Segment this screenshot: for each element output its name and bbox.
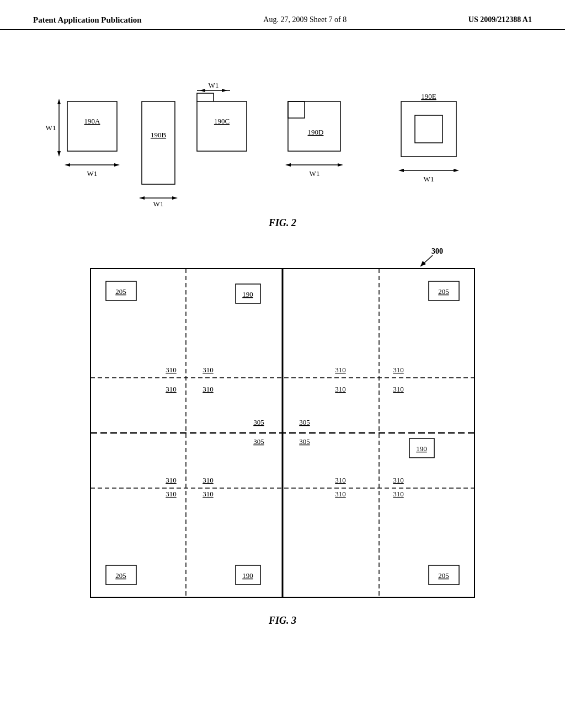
svg-text:310: 310: [393, 476, 404, 484]
svg-text:310: 310: [202, 385, 214, 393]
svg-text:310: 310: [335, 476, 346, 484]
svg-text:190: 190: [242, 290, 253, 298]
svg-marker-14: [172, 196, 178, 200]
svg-text:190: 190: [242, 571, 253, 580]
svg-text:310: 310: [393, 385, 404, 393]
svg-text:190A: 190A: [84, 117, 101, 125]
svg-rect-10: [142, 101, 175, 184]
svg-text:W1: W1: [209, 81, 219, 89]
svg-rect-20: [197, 101, 247, 151]
svg-text:310: 310: [202, 366, 214, 374]
svg-text:190E: 190E: [421, 92, 436, 100]
svg-rect-4: [67, 101, 117, 151]
svg-text:305: 305: [253, 437, 264, 446]
svg-rect-30: [401, 101, 456, 157]
fig3-diagram-svg: 205 205 205 205 190 190 190 310 310: [89, 267, 476, 609]
svg-text:205: 205: [438, 571, 449, 580]
svg-text:310: 310: [166, 385, 177, 393]
svg-marker-27: [338, 163, 343, 167]
publication-label: Patent Application Publication: [33, 15, 142, 25]
svg-text:310: 310: [202, 476, 214, 484]
svg-text:305: 305: [299, 418, 310, 426]
svg-text:W1: W1: [310, 169, 320, 178]
svg-text:310: 310: [393, 366, 404, 374]
svg-marker-33: [398, 169, 404, 172]
svg-marker-7: [65, 163, 70, 167]
svg-text:310: 310: [335, 490, 346, 498]
svg-text:W1: W1: [424, 175, 434, 183]
svg-rect-31: [415, 115, 443, 143]
svg-text:310: 310: [166, 490, 177, 498]
svg-text:310: 310: [202, 490, 214, 498]
svg-text:310: 310: [166, 366, 177, 374]
svg-marker-17: [200, 89, 205, 92]
svg-text:W1: W1: [153, 200, 164, 208]
svg-text:305: 305: [253, 418, 264, 426]
svg-text:300: 300: [431, 247, 443, 255]
svg-text:205: 205: [115, 571, 126, 580]
svg-text:W1: W1: [87, 169, 98, 178]
svg-marker-18: [222, 89, 227, 92]
svg-rect-23: [288, 101, 305, 118]
fig2-label: FIG. 2: [269, 217, 296, 229]
svg-text:190B: 190B: [151, 131, 167, 139]
fig3-ref-arrow: 300: [89, 245, 476, 267]
svg-text:205: 205: [438, 287, 449, 296]
svg-text:190: 190: [416, 445, 427, 453]
svg-text:W1: W1: [46, 124, 56, 132]
date-sheet-label: Aug. 27, 2009 Sheet 7 of 8: [263, 15, 347, 24]
svg-marker-26: [285, 163, 291, 167]
page-header: Patent Application Publication Aug. 27, …: [0, 0, 565, 30]
fig2-svg: W1 190A W1 190B W1 W1: [34, 57, 531, 212]
fig3-label: FIG. 3: [269, 615, 296, 627]
main-content: W1 190A W1 190B W1 W1: [0, 30, 565, 638]
svg-text:190C: 190C: [214, 117, 230, 125]
patent-number-label: US 2009/212388 A1: [468, 15, 532, 24]
svg-text:310: 310: [393, 490, 404, 498]
fig2-area: W1 190A W1 190B W1 W1: [33, 57, 532, 229]
svg-marker-34: [454, 169, 459, 172]
fig3-area: 300 205: [33, 245, 532, 627]
svg-text:205: 205: [115, 287, 126, 296]
svg-rect-22: [288, 101, 340, 151]
svg-marker-8: [114, 163, 120, 167]
svg-text:190D: 190D: [308, 128, 324, 136]
svg-text:310: 310: [335, 385, 346, 393]
svg-text:310: 310: [335, 366, 346, 374]
svg-marker-1: [57, 99, 61, 104]
svg-marker-13: [139, 196, 145, 200]
svg-marker-2: [57, 151, 61, 157]
svg-text:305: 305: [299, 437, 310, 446]
svg-text:310: 310: [166, 476, 177, 484]
